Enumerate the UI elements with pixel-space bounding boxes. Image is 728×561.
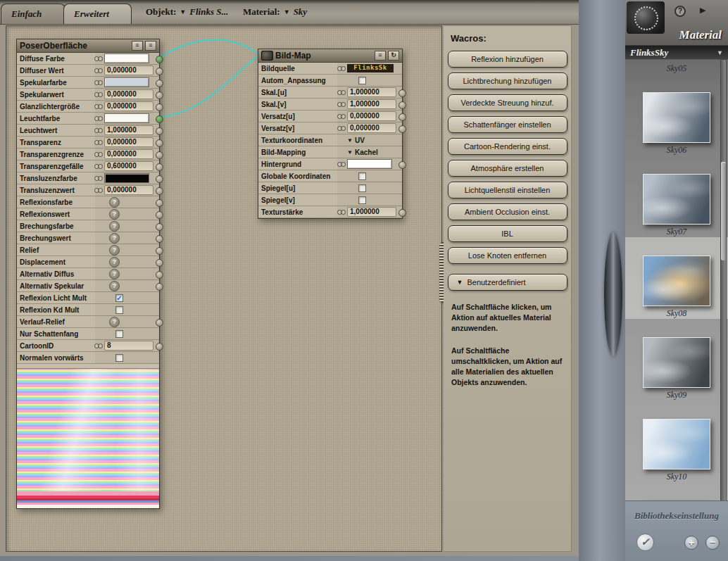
checkbox[interactable] [115, 354, 123, 362]
lichtbrechung-hinzuf-gen-button[interactable]: Lichtbrechung hinzufügen [448, 73, 567, 89]
atmosph-re-erstellen-button[interactable]: Atmosphäre erstellen [448, 160, 567, 177]
output-plug[interactable] [156, 103, 163, 111]
library-thumbnail[interactable] [643, 174, 710, 225]
library-thumbnail[interactable] [643, 256, 710, 306]
object-selector[interactable]: Objekt: ▼ Flinks S... [146, 6, 228, 18]
tab-einfach[interactable]: Einfach [1, 4, 65, 24]
output-plug[interactable] [156, 259, 163, 267]
library-scrollbar[interactable] [720, 59, 727, 501]
library-item-sky06[interactable]: Sky06 [625, 74, 728, 156]
reflexion-hinzuf-gen-button[interactable]: Reflexion hinzufügen [448, 51, 567, 68]
link-icon[interactable] [94, 188, 103, 193]
output-plug[interactable] [156, 319, 163, 327]
output-plug[interactable] [156, 247, 163, 255]
output-plug[interactable] [398, 89, 406, 97]
checkbox[interactable] [358, 184, 366, 192]
material-selector[interactable]: Material: ▼ Sky [243, 6, 307, 18]
node-refresh-icon[interactable]: ↻ [388, 51, 399, 61]
output-plug[interactable] [156, 199, 163, 207]
output-plug[interactable] [156, 56, 163, 63]
verdeckte-streuung-hinzuf-button[interactable]: Verdeckte Streuung hinzuf. [448, 94, 567, 111]
library-collapse-handle[interactable] [604, 232, 622, 356]
output-plug[interactable] [156, 175, 163, 183]
library-item-sky05[interactable]: Sky05 [625, 59, 728, 74]
value-field[interactable]: 1,000000 [347, 99, 396, 109]
question-icon[interactable]: ? [109, 269, 120, 279]
link-icon[interactable] [94, 343, 103, 348]
output-plug[interactable] [156, 211, 163, 219]
schattenf-nger-einstellen-button[interactable]: Schattenfänger einstellen [448, 116, 567, 133]
output-plug[interactable] [156, 80, 163, 87]
lose-knoten-entfernen-button[interactable]: Lose Knoten entfernen [448, 247, 567, 264]
question-icon[interactable]: ? [109, 233, 120, 244]
link-icon[interactable] [337, 162, 346, 167]
output-plug[interactable] [398, 101, 406, 109]
link-icon[interactable] [94, 80, 103, 85]
node-input-icon[interactable] [261, 51, 273, 61]
checkbox[interactable] [358, 196, 366, 204]
link-icon[interactable] [94, 164, 103, 169]
checkbox[interactable] [358, 77, 366, 84]
output-plug[interactable] [156, 343, 163, 351]
texture-name-field[interactable]: FlinksSk [347, 64, 394, 73]
output-plug[interactable] [156, 92, 163, 99]
output-plug[interactable] [156, 115, 163, 123]
question-icon[interactable]: ? [109, 317, 120, 327]
ambient-occlusion-einst-button[interactable]: Ambient Occlusion einst. [448, 203, 567, 220]
value-field[interactable]: 0,000000 [347, 111, 396, 121]
output-plug[interactable] [156, 235, 163, 243]
question-icon[interactable]: ? [109, 257, 120, 267]
checkbox[interactable] [115, 330, 123, 338]
flyout-arrow-icon[interactable]: ▶ [700, 6, 705, 15]
node-title-bar[interactable]: PoserOberfläche ≡ ≡ [17, 39, 159, 53]
library-item-sky09[interactable]: Sky09 [625, 319, 728, 401]
output-plug[interactable] [398, 161, 406, 169]
link-icon[interactable] [94, 152, 103, 157]
output-plug[interactable] [156, 187, 163, 195]
color-swatch[interactable] [104, 173, 149, 183]
link-icon[interactable] [94, 56, 103, 61]
link-icon[interactable] [337, 90, 346, 95]
output-plug[interactable] [156, 223, 163, 231]
link-icon[interactable] [94, 92, 103, 97]
value-field[interactable]: 0,600000 [104, 161, 153, 171]
question-icon[interactable]: ? [109, 245, 120, 256]
link-icon[interactable] [94, 140, 103, 145]
value-field[interactable]: 1,000000 [104, 125, 153, 135]
benutzerdefiniert-button[interactable]: ▼ Benutzerdefiniert [448, 274, 567, 291]
color-swatch[interactable] [104, 77, 149, 87]
color-swatch[interactable] [347, 159, 392, 169]
link-icon[interactable] [94, 116, 103, 121]
question-icon[interactable]: ? [109, 209, 120, 220]
value-field[interactable]: 0,000000 [104, 65, 153, 75]
add-button[interactable]: + [684, 536, 698, 550]
library-item-sky07[interactable]: Sky07 [625, 156, 728, 237]
value-field[interactable]: 1,000000 [347, 207, 396, 217]
value-field[interactable]: 0,000000 [104, 137, 153, 147]
node-title-bar[interactable]: Bild-Map ≡ ↻ [258, 49, 402, 63]
link-icon[interactable] [94, 104, 103, 109]
help-icon[interactable]: ? [674, 6, 686, 17]
output-plug[interactable] [156, 139, 163, 147]
checkbox[interactable]: ✓ [115, 294, 123, 302]
value-field[interactable]: 0,000000 [104, 149, 153, 159]
output-plug[interactable] [156, 163, 163, 171]
color-swatch[interactable] [104, 53, 149, 63]
node-options-icon[interactable]: ≡ [145, 41, 156, 51]
output-plug[interactable] [156, 68, 163, 75]
checkbox[interactable] [358, 172, 366, 180]
output-plug[interactable] [156, 271, 163, 279]
color-swatch[interactable] [104, 113, 149, 123]
link-icon[interactable] [337, 66, 346, 71]
dropdown[interactable]: ▼Kachel [347, 149, 378, 156]
link-icon[interactable] [337, 102, 346, 107]
dropdown[interactable]: ▼UV [347, 137, 365, 144]
value-field[interactable]: 0,000000 [104, 101, 153, 111]
output-plug[interactable] [156, 283, 163, 291]
library-thumbnail[interactable] [643, 92, 710, 143]
output-plug[interactable] [398, 113, 406, 121]
lichtquellenstil-einstellen-button[interactable]: Lichtquellenstil einstellen [448, 182, 567, 198]
link-icon[interactable] [94, 128, 103, 133]
output-plug[interactable] [398, 209, 406, 217]
link-icon[interactable] [337, 210, 346, 215]
